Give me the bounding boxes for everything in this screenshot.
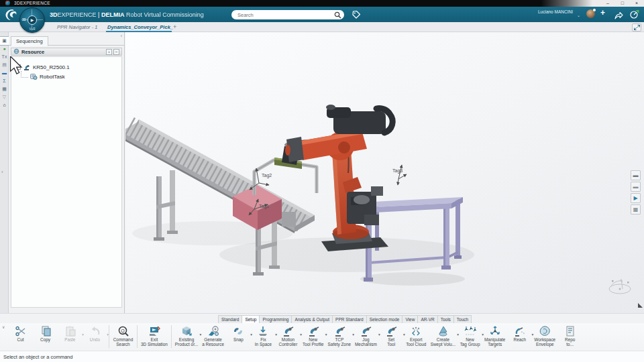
product-icon xyxy=(180,324,193,337)
cut-button[interactable]: Cut xyxy=(8,324,33,342)
ribbon-tab-touch[interactable]: Touch xyxy=(453,315,472,323)
toolbar-separator xyxy=(109,325,109,348)
resource-section-header[interactable]: Resource › – xyxy=(11,48,122,56)
robot-icon xyxy=(359,324,372,337)
ribbon-tab-view[interactable]: View xyxy=(402,315,418,323)
snap-button[interactable]: Snap▾ xyxy=(226,324,251,342)
panel-collapse-icon[interactable]: ‹ xyxy=(1,169,3,175)
manipulate-targets-button[interactable]: ManipulateTargets xyxy=(482,324,507,347)
annotation-icon[interactable]: Tx xyxy=(0,53,9,61)
image-icon[interactable]: ▤ xyxy=(0,61,9,69)
create-swept-volume-button[interactable]: CreateSwept Volu...▾ xyxy=(429,324,458,347)
share-icon[interactable] xyxy=(614,10,623,22)
panel-chevron-icon[interactable]: ‹ xyxy=(121,34,122,38)
viewport-dock: ▬▬▶▦ xyxy=(631,170,641,215)
view-manipulation-compass[interactable] xyxy=(609,279,631,294)
fix-in-space-button[interactable]: FixIn Space▾ xyxy=(251,324,276,347)
screen-icon[interactable]: ▬ xyxy=(631,170,641,180)
user-name[interactable]: Luciano MANCINI xyxy=(510,9,573,14)
add-tab-button[interactable]: + xyxy=(173,23,176,30)
compass-play-icon[interactable]: ▶ xyxy=(28,15,37,25)
3d-scene: Tag1 Tag2 Tag3 xyxy=(125,32,644,313)
vehicle-icon[interactable]: ▬ xyxy=(0,69,9,77)
ribbon-tab-ar-vr[interactable]: AR-VR xyxy=(417,315,437,323)
tab-ppr-navigator[interactable]: PPR Navigator - 1 xyxy=(57,24,97,30)
display-icon[interactable]: ▣ xyxy=(0,37,9,45)
tag-label[interactable]: Tag2 xyxy=(262,173,272,178)
ribbon-tab-analysis-output[interactable]: Analysis & Output xyxy=(291,315,333,323)
render-style-icon[interactable]: ▬ xyxy=(631,182,641,192)
sum-icon[interactable]: Σ xyxy=(0,77,9,85)
search-bar[interactable] xyxy=(231,10,344,19)
app-icon xyxy=(5,1,10,5)
compass-icon[interactable]: ● xyxy=(0,45,9,53)
tag-label[interactable]: Tag1 xyxy=(259,204,269,209)
tag-label[interactable]: Tag3 xyxy=(392,168,402,174)
table-shadow xyxy=(360,272,465,286)
set-tool-button[interactable]: SetTool▾ xyxy=(379,324,404,347)
tcp-safety-zone-button[interactable]: TCPSafety Zone▾ xyxy=(326,324,353,347)
maximize-button[interactable]: □ xyxy=(621,0,624,7)
brand-delmia: DELMIA xyxy=(101,11,125,18)
play-state-icon[interactable]: ▶ xyxy=(631,193,641,203)
section-expand-button[interactable]: › xyxy=(106,49,112,55)
export-tool-cloud-button[interactable]: ExportTool Cloud xyxy=(404,324,429,347)
new-tag-group-button[interactable]: NewTag Group▾ xyxy=(458,324,482,347)
ribbon-tab-programming[interactable]: Programming xyxy=(259,315,292,323)
brand-3d: 3D xyxy=(50,11,58,18)
ribbon-tab-bar: StandardSetupProgrammingAnalysis & Outpu… xyxy=(0,313,644,323)
command-search-button[interactable]: QCommandSearch xyxy=(111,324,136,347)
motion-controller-button[interactable]: MotionController▾ xyxy=(276,324,301,347)
tag-icon[interactable] xyxy=(352,10,361,22)
3dexperience-compass[interactable]: ▶ 3D V+R xyxy=(19,7,45,33)
toolbar-overflow-chevron[interactable]: ∨ xyxy=(2,324,5,329)
ribbon-tab-ppr-standard[interactable]: PPR Standard xyxy=(332,315,367,323)
minimize-button[interactable]: – xyxy=(606,0,609,7)
toolbar-item-label: MotionController xyxy=(279,337,298,347)
action-bar: ∨ CutCopyPaste▾Undo▾QCommandSearchExit3D… xyxy=(0,323,644,351)
tab-sequencing[interactable]: Sequencing xyxy=(11,36,48,46)
window-title: 3DEXPERIENCE xyxy=(14,1,50,5)
user-menu-caret-icon[interactable]: ⌄ xyxy=(577,13,580,17)
dropdown-caret-icon[interactable]: ▾ xyxy=(107,333,109,337)
report-button[interactable]: Repoto... xyxy=(557,324,582,347)
compass-vr-quadrant[interactable]: V+R xyxy=(20,27,44,31)
resource-section-title: Resource xyxy=(21,49,44,55)
copy-icon xyxy=(39,324,52,337)
new-tool-profile-button[interactable]: NewTool Profile▾ xyxy=(301,324,326,347)
workspace-envelope-button[interactable]: WorkspaceEnvelope xyxy=(532,324,557,347)
restore-view-icon[interactable] xyxy=(632,23,641,32)
search-icon[interactable] xyxy=(334,11,341,19)
robot-icon xyxy=(333,324,346,337)
existing-product-button[interactable]: ExistingProduct or...▾ xyxy=(173,324,200,347)
section-collapse-button[interactable]: – xyxy=(113,49,119,55)
add-content-button[interactable]: + xyxy=(600,8,605,17)
exit-3d-simulation-button[interactable]: Exit3D Simulation xyxy=(139,324,170,347)
search-input[interactable] xyxy=(237,12,334,18)
compass-3d-quadrant[interactable]: 3D xyxy=(22,18,26,21)
resize-grip-icon[interactable] xyxy=(638,303,643,308)
jog-mechanism-button[interactable]: JogMechanism▾ xyxy=(353,324,379,347)
close-button[interactable]: × xyxy=(635,0,638,7)
copy-button[interactable]: Copy xyxy=(33,324,58,342)
notifications-icon[interactable] xyxy=(629,9,639,21)
generate-a-resource-button[interactable]: Generatea Resource xyxy=(200,324,226,347)
module-name: Robot Virtual Commissioning xyxy=(126,11,204,18)
ribbon-tab-standard[interactable]: Standard xyxy=(218,315,242,323)
tree-row-robottask[interactable]: RobotTask xyxy=(11,72,121,81)
home-icon[interactable]: ⌂ xyxy=(0,101,9,109)
reach-button[interactable]: Reach▾ xyxy=(507,324,532,342)
ribbon-tab-selection-mode[interactable]: Selection mode xyxy=(366,315,403,323)
document-tab-bar: PPR Navigator - 1 Dynamics_Conveyor_Pick… xyxy=(0,22,644,32)
resource-tree: – KR50_R2500.1 RobotTask xyxy=(11,56,122,308)
calculator-icon[interactable]: ▦ xyxy=(0,85,9,93)
toolbar-item-label: Repoto... xyxy=(565,337,575,347)
ribbon-tab-setup[interactable]: Setup xyxy=(241,315,260,323)
flask-icon[interactable]: ▽ xyxy=(0,93,9,101)
capture-icon[interactable]: ▦ xyxy=(631,204,641,215)
ribbon-tab-tools[interactable]: Tools xyxy=(437,315,454,323)
tab-dynamics-conveyor-pick[interactable]: Dynamics_Conveyor_Pick_ xyxy=(107,24,173,30)
toolbar-item-label: SetTool xyxy=(387,337,395,347)
3d-viewport[interactable]: Tag1 Tag2 Tag3 xyxy=(125,32,644,313)
report-icon xyxy=(564,324,577,337)
